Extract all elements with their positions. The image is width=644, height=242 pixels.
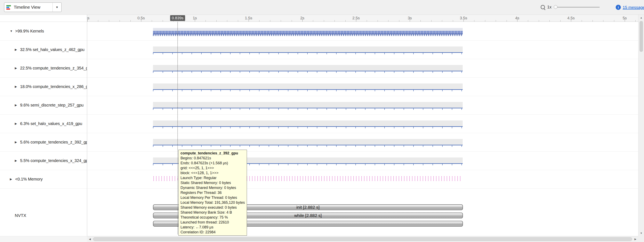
tooltip-line: Shared Memory Bank Size: 4 B: [180, 210, 245, 215]
tooltip-line: Latency: ←7.089 μs: [180, 225, 245, 230]
row-label: >99.9% Kernels: [15, 29, 44, 34]
row-label: 6.3% set_halo_values_x_419_gpu: [20, 121, 82, 126]
tooltip-line: Shared Memory executed: 0 bytes: [180, 205, 245, 210]
timeline-row-tree: ▼ >99.9% Kernels ▶ 32.5% set_halo_values…: [0, 22, 87, 236]
ruler-tick-label: 4s: [515, 16, 519, 20]
tooltip-line: Launched from thread: 22610: [180, 220, 245, 225]
kernel-activity-band[interactable]: [153, 139, 463, 145]
expander-arrow-icon[interactable]: ▶: [10, 177, 15, 181]
zoom-slider-track[interactable]: [554, 7, 600, 8]
tooltip-line: Static Shared Memory: 0 bytes: [180, 180, 245, 185]
ruler-tick-label: 1.5s: [245, 16, 252, 20]
kernel-activity-band[interactable]: [153, 102, 463, 108]
kernel-activity-band[interactable]: [153, 120, 463, 127]
nvtx-range-label: init [2.882 s]: [296, 205, 320, 210]
timeline-view-icon: [6, 5, 11, 10]
sidebar-row-semi-discrete-step[interactable]: ▶ 9.6% semi_discrete_step_257_gpu: [0, 96, 87, 114]
horizontal-scrollbar[interactable]: ◀ ▶: [87, 236, 638, 242]
expander-arrow-icon[interactable]: ▶: [15, 103, 20, 107]
expander-arrow-icon[interactable]: ▶: [15, 122, 20, 125]
tooltip-line: Local Memory Per Thread: 0 bytes: [180, 195, 245, 200]
tooltip-line: block: <<<128, 1, 1>>>: [180, 170, 245, 175]
expander-arrow-icon[interactable]: ▶: [15, 85, 20, 88]
cursor-time-badge[interactable]: 0.839s: [170, 15, 185, 21]
bottom-right-corner: [638, 236, 644, 242]
row-label: 18.0% compute_tendencies_x_286_gpu: [20, 84, 87, 89]
ruler-tick-label: 3s: [408, 16, 412, 20]
chevron-down-icon[interactable]: ▼: [52, 3, 61, 12]
kernels-summary-band[interactable]: [153, 28, 463, 34]
tooltip-line: Local Memory Total: 191,365,120 bytes: [180, 200, 245, 205]
ruler-tick-label: 0s: [87, 16, 90, 20]
ruler-tick-label: 5s: [623, 16, 627, 20]
timeline-ruler[interactable]: 0s 0.5s 1s 1.5s 2s 2.5s 3s 3.5s 4s 4.5s …: [87, 15, 638, 22]
view-selector-dropdown[interactable]: Timeline View ▼: [4, 3, 62, 12]
scroll-up-icon[interactable]: ▲: [638, 15, 644, 21]
horizontal-scrollbar-thumb[interactable]: [93, 237, 632, 241]
ruler-tick-label: 1s: [193, 16, 197, 20]
sidebar-row-set-halo-values-x[interactable]: ▶ 6.3% set_halo_values_x_419_gpu: [0, 114, 87, 133]
expander-arrow-icon[interactable]: ▼: [10, 29, 15, 33]
zoom-slider-thumb[interactable]: [554, 5, 558, 9]
tooltip-line: Registers Per Thread: 36: [180, 190, 245, 195]
tooltip-line: Theoretical occupancy: 75 %: [180, 215, 245, 220]
ruler-tick-label: 0.5s: [138, 16, 145, 20]
row-label: 9.6% semi_discrete_step_257_gpu: [20, 103, 84, 107]
kernel-activity-band[interactable]: [153, 46, 463, 53]
expander-arrow-icon[interactable]: ▶: [15, 159, 20, 162]
timeline-canvas[interactable]: init [2.882 s] while [2.882 s] compute_t…: [87, 22, 638, 236]
zoom-icon: [541, 5, 545, 9]
expander-arrow-icon[interactable]: ▶: [15, 48, 20, 51]
bottom-left-corner: [0, 236, 87, 242]
toolbar: Timeline View ▼ 1x i 15 messages: [0, 0, 644, 15]
scroll-left-icon[interactable]: ◀: [87, 236, 93, 242]
ruler-tick-label: 3.5s: [460, 16, 467, 20]
scroll-right-icon[interactable]: ▶: [632, 236, 638, 242]
sidebar-row-set-halo-values-z[interactable]: ▶ 32.5% set_halo_values_z_462_gpu: [0, 40, 87, 59]
vertical-scrollbar-thumb[interactable]: [640, 21, 643, 52]
info-icon[interactable]: i: [616, 5, 621, 10]
row-label: 32.5% set_halo_values_z_462_gpu: [20, 47, 84, 52]
row-label: 22.5% compute_tendencies_z_354_gpu: [20, 66, 87, 71]
ruler-tick-label: 2s: [300, 16, 304, 20]
nvtx-section-label: NVTX: [15, 213, 26, 218]
tooltip-line: Begins: 0.847621s: [180, 156, 245, 161]
messages-link[interactable]: 15 messages: [623, 5, 644, 10]
scroll-down-icon[interactable]: ▼: [638, 230, 644, 236]
zoom-level-label: 1x: [547, 5, 552, 10]
sidebar-row-memory[interactable]: ▶ <0.1% Memory: [0, 170, 87, 188]
nsight-timeline-window: Timeline View ▼ 1x i 15 messages 0s 0.5s…: [0, 0, 644, 242]
view-selector-label: Timeline View: [14, 5, 40, 10]
tooltip-line: Ends: 0.847623s (+1.568 μs): [180, 161, 245, 166]
row-label: 5.6% compute_tendencies_z_392_gpu: [20, 140, 87, 145]
ruler-tick-label: 2.5s: [352, 16, 360, 20]
timeline-cursor-line: [178, 22, 178, 234]
ruler-tick-label: 4.5s: [567, 16, 575, 20]
expander-arrow-icon[interactable]: ▶: [15, 141, 20, 144]
kernel-activity-band[interactable]: [153, 65, 463, 71]
tooltip-line: Dynamic Shared Memory: 0 bytes: [180, 185, 245, 190]
expander-arrow-icon[interactable]: ▶: [15, 66, 20, 70]
tooltip-title: compute_tendencies_z_392_gpu: [180, 151, 245, 156]
row-label: <0.1% Memory: [15, 177, 43, 182]
vertical-scrollbar[interactable]: ▲ ▼: [638, 15, 644, 236]
sidebar-divider: [87, 15, 87, 236]
row-label: 5.5% compute_tendencies_x_324_gpu: [20, 158, 87, 163]
sidebar-row-compute-tendencies-z-392[interactable]: ▶ 5.6% compute_tendencies_z_392_gpu: [0, 133, 87, 151]
tooltip-line: Launch Type: Regular: [180, 175, 245, 180]
kernel-tooltip: compute_tendencies_z_392_gpu Begins: 0.8…: [178, 150, 247, 236]
sidebar-row-kernels[interactable]: ▼ >99.9% Kernels: [0, 22, 87, 40]
tooltip-line: Correlation ID: 22984: [180, 230, 245, 234]
kernel-activity-band[interactable]: [153, 83, 463, 90]
nvtx-range-label: while [2.882 s]: [294, 213, 322, 218]
tooltip-line: grid: <<<25, 1, 1>>>: [180, 166, 245, 170]
sidebar-row-compute-tendencies-x-286[interactable]: ▶ 18.0% compute_tendencies_x_286_gpu: [0, 77, 87, 96]
sidebar-row-compute-tendencies-z-354[interactable]: ▶ 22.5% compute_tendencies_z_354_gpu: [0, 59, 87, 77]
sidebar-row-compute-tendencies-x-324[interactable]: ▶ 5.5% compute_tendencies_x_324_gpu: [0, 151, 87, 170]
